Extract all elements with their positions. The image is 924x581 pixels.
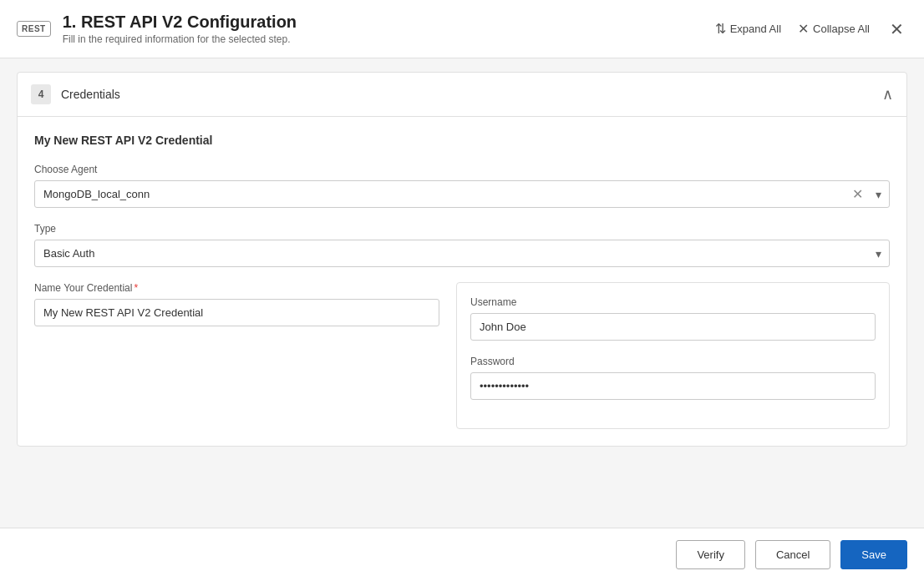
- username-group: Username: [470, 296, 876, 341]
- page-header: REST 1. REST API V2 Configuration Fill i…: [0, 0, 924, 58]
- choose-agent-input[interactable]: [34, 180, 890, 208]
- cancel-button[interactable]: Cancel: [755, 540, 830, 569]
- credential-name-group: Name Your Credential*: [34, 282, 439, 326]
- section-header-left: 4 Credentials: [31, 84, 120, 104]
- username-input[interactable]: [470, 313, 876, 341]
- page-footer: Verify Cancel Save: [0, 528, 924, 581]
- credentials-panel: 4 Credentials ∧ My New REST API V2 Crede…: [17, 72, 907, 447]
- section-title: Credentials: [61, 88, 120, 101]
- header-right: ⇅ Expand All ✕ Collapse All ✕: [715, 19, 907, 39]
- save-button[interactable]: Save: [840, 540, 907, 569]
- credential-name-column: Name Your Credential*: [34, 282, 439, 429]
- agent-clear-button[interactable]: ✕: [852, 188, 863, 201]
- password-input[interactable]: [470, 372, 876, 400]
- choose-agent-label: Choose Agent: [34, 164, 890, 175]
- agent-select-wrapper: ✕ ▾: [34, 180, 890, 208]
- section-body: My New REST API V2 Credential Choose Age…: [18, 117, 906, 446]
- collapse-all-button[interactable]: ✕ Collapse All: [798, 21, 870, 37]
- expand-all-button[interactable]: ⇅ Expand All: [715, 21, 781, 37]
- password-label: Password: [470, 356, 876, 367]
- type-select-wrapper: Basic Auth ▾: [34, 240, 890, 267]
- two-col-section: Name Your Credential* Username Password: [34, 282, 890, 429]
- collapse-all-icon: ✕: [798, 21, 809, 37]
- credential-name-input[interactable]: [34, 299, 439, 326]
- close-button[interactable]: ✕: [886, 19, 907, 39]
- page-subtitle: Fill in the required information for the…: [63, 33, 297, 45]
- required-asterisk: *: [134, 282, 138, 294]
- password-group: Password: [470, 356, 876, 400]
- header-left: REST 1. REST API V2 Configuration Fill i…: [17, 13, 297, 45]
- choose-agent-group: Choose Agent ✕ ▾: [34, 164, 890, 208]
- credential-name-label: Name Your Credential*: [34, 282, 439, 294]
- type-label: Type: [34, 223, 890, 235]
- collapse-section-button[interactable]: ∧: [882, 85, 893, 104]
- collapse-all-label: Collapse All: [813, 23, 870, 35]
- type-group: Type Basic Auth ▾: [34, 223, 890, 267]
- username-label: Username: [470, 296, 876, 308]
- header-title-block: 1. REST API V2 Configuration Fill in the…: [63, 13, 297, 45]
- section-header: 4 Credentials ∧: [18, 73, 906, 117]
- main-content: 4 Credentials ∧ My New REST API V2 Crede…: [0, 58, 924, 528]
- auth-credentials-column: Username Password: [456, 282, 890, 429]
- rest-badge: REST: [17, 21, 51, 37]
- credential-title: My New REST API V2 Credential: [34, 134, 890, 147]
- step-number: 4: [31, 84, 51, 104]
- expand-all-icon: ⇅: [715, 21, 726, 37]
- expand-all-label: Expand All: [730, 23, 781, 35]
- page-title: 1. REST API V2 Configuration: [63, 13, 297, 32]
- verify-button[interactable]: Verify: [676, 540, 745, 569]
- type-select[interactable]: Basic Auth: [34, 240, 890, 267]
